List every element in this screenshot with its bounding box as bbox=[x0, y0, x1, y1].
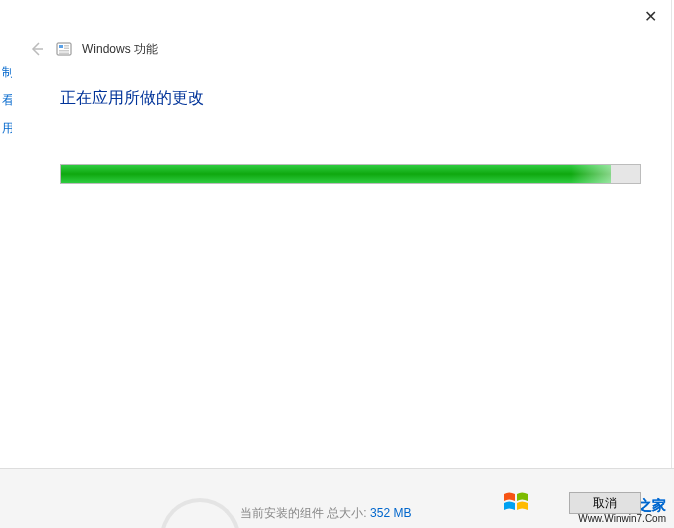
dialog-title: Windows 功能 bbox=[82, 41, 158, 58]
svg-rect-5 bbox=[59, 50, 69, 52]
status-value: 352 MB bbox=[370, 506, 411, 520]
svg-rect-3 bbox=[64, 45, 69, 47]
back-arrow-icon bbox=[29, 41, 45, 57]
svg-rect-6 bbox=[59, 53, 69, 55]
svg-rect-4 bbox=[64, 48, 69, 50]
cancel-button[interactable]: 取消 bbox=[569, 492, 641, 514]
progress-bar-fill bbox=[61, 165, 611, 183]
disk-arc-graphic bbox=[160, 498, 240, 528]
dialog-header: Windows 功能 bbox=[28, 40, 158, 58]
progress-bar bbox=[60, 164, 641, 184]
progress-heading: 正在应用所做的更改 bbox=[60, 88, 204, 109]
close-button[interactable]: ✕ bbox=[635, 6, 665, 26]
back-button[interactable] bbox=[28, 40, 46, 58]
svg-rect-2 bbox=[59, 45, 63, 48]
windows-features-icon bbox=[56, 41, 72, 57]
status-label: 当前安装的组件 bbox=[240, 506, 324, 520]
windows-logo-icon bbox=[502, 488, 532, 520]
status-mid: 总大小: bbox=[327, 506, 366, 520]
watermark-url: Www.Winwin7.Com bbox=[578, 513, 666, 524]
windows-features-dialog: ✕ Windows 功能 正在应用所做的更改 取消 bbox=[12, 0, 672, 468]
close-icon: ✕ bbox=[644, 7, 657, 26]
install-size-status: 当前安装的组件 总大小: 352 MB bbox=[240, 505, 411, 522]
